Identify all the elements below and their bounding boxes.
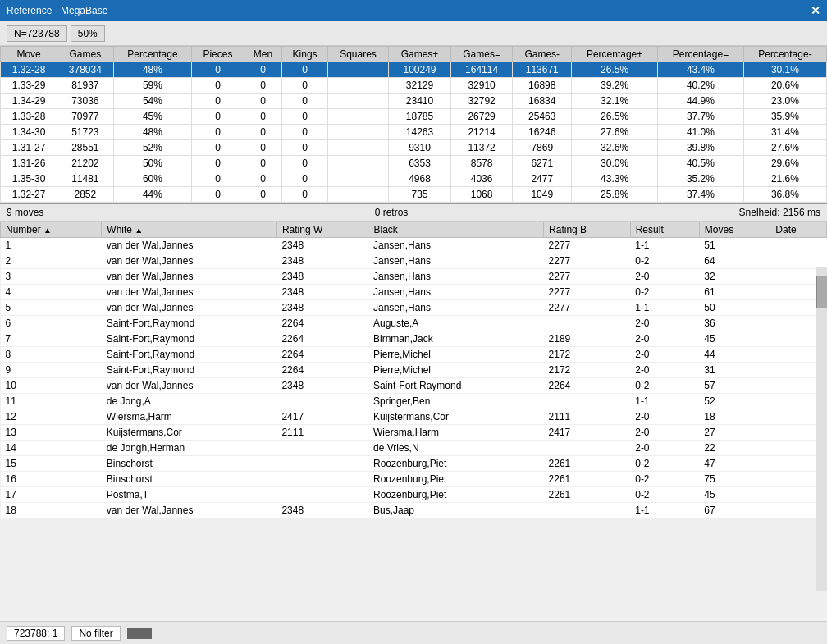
ratingw-cell: 2264 (276, 331, 368, 347)
table-row[interactable]: 8Saint-Fort,Raymond2264Pierre,Michel2172… (1, 347, 827, 363)
table-row[interactable]: 3van der Wal,Jannes2348Jansen,Hans22772-… (1, 269, 827, 285)
close-icon[interactable]: ✕ (811, 4, 820, 17)
white-cell: Saint-Fort,Raymond (102, 316, 277, 331)
top-table-row[interactable]: 1.34-297303654%00023410327921683432.1%44… (1, 94, 827, 109)
top-table-row[interactable]: 1.31-272855152%000931011372786932.6%39.8… (1, 140, 827, 156)
col-number[interactable]: Number ▲ (1, 222, 102, 238)
top-cell: 2852 (57, 187, 113, 203)
moves-cell: 52 (699, 394, 770, 409)
top-cell: 41.0% (658, 125, 744, 140)
ratingb-cell: 2277 (544, 253, 631, 269)
top-cell: 28551 (57, 140, 113, 156)
table-row[interactable]: 4van der Wal,Jannes2348Jansen,Hans22770-… (1, 285, 827, 300)
top-cell: 29.6% (743, 156, 826, 171)
number-cell: 4 (1, 285, 102, 300)
top-cell: 32129 (389, 78, 451, 94)
ratingb-cell: 2261 (544, 487, 631, 503)
top-cell: 14263 (389, 125, 451, 140)
scrollbar-track[interactable] (816, 267, 827, 591)
ratingw-cell: 2348 (276, 300, 368, 316)
top-cell: 30.0% (572, 156, 658, 171)
top-cell: 1.33-28 (1, 109, 57, 125)
ratingw-cell: 2348 (276, 285, 368, 300)
top-cell: 39.8% (658, 140, 744, 156)
number-cell: 10 (1, 378, 102, 394)
col-black[interactable]: Black (368, 222, 544, 238)
result-cell: 2-0 (630, 269, 699, 285)
black-cell: Jansen,Hans (368, 269, 544, 285)
top-cell: 26.5% (572, 109, 658, 125)
table-row[interactable]: 2van der Wal,Jannes2348Jansen,Hans22770-… (1, 253, 827, 269)
top-cell: 0 (192, 62, 244, 78)
top-cell: 0 (244, 156, 282, 171)
col-white[interactable]: White ▲ (102, 222, 277, 238)
col-ratingw[interactable]: Rating W (276, 222, 368, 238)
table-row[interactable]: 15BinschorstRoozenburg,Piet22610-247 (1, 456, 827, 472)
top-cell: 113671 (513, 62, 572, 78)
table-row[interactable]: 16BinschorstRoozenburg,Piet22610-275 (1, 472, 827, 487)
table-row[interactable]: 14de Jongh,Hermande Vries,N2-022 (1, 441, 827, 456)
bottom-table-wrapper[interactable]: Number ▲ White ▲ Rating W Black Rating B… (0, 222, 827, 614)
top-cell: 378034 (57, 62, 113, 78)
top-cell (327, 156, 388, 171)
top-cell: 11372 (450, 140, 513, 156)
table-row[interactable]: 1van der Wal,Jannes2348Jansen,Hans22771-… (1, 238, 827, 253)
ratingw-cell: 2264 (276, 316, 368, 331)
ratingw-cell: 2264 (276, 363, 368, 378)
table-row[interactable]: 18van der Wal,Jannes2348Bus,Jaap1-167 (1, 503, 827, 518)
number-cell: 13 (1, 425, 102, 441)
top-cell (327, 125, 388, 140)
black-cell: Jansen,Hans (368, 238, 544, 253)
top-table-row[interactable]: 1.33-287097745%00018785267292546326.5%37… (1, 109, 827, 125)
ratingw-cell: 2264 (276, 347, 368, 363)
white-cell: de Jong,A (102, 394, 277, 409)
top-table-header: Move Games Percentage Pieces Men Kings S… (1, 47, 827, 62)
ratingb-cell: 2172 (544, 347, 631, 363)
white-cell: van der Wal,Jannes (102, 253, 277, 269)
white-cell: van der Wal,Jannes (102, 300, 277, 316)
table-row[interactable]: 11de Jong,ASpringer,Ben1-152 (1, 394, 827, 409)
black-cell: de Vries,N (368, 441, 544, 456)
black-cell: Kuijstermans,Cor (368, 409, 544, 425)
top-table-row[interactable]: 1.31-262120250%00063538578627130.0%40.5%… (1, 156, 827, 171)
table-row[interactable]: 7Saint-Fort,Raymond2264Birnman,Jack21892… (1, 331, 827, 347)
white-cell: Saint-Fort,Raymond (102, 331, 277, 347)
col-result[interactable]: Result (630, 222, 699, 238)
percent-button[interactable]: 50% (71, 25, 105, 42)
table-row[interactable]: 6Saint-Fort,Raymond2264Auguste,A2-036 (1, 316, 827, 331)
number-cell: 14 (1, 441, 102, 456)
ratingw-cell: 2111 (276, 425, 368, 441)
top-cell: 32.6% (572, 140, 658, 156)
col-date[interactable]: Date (770, 222, 827, 238)
top-cell: 100249 (389, 62, 451, 78)
scrollbar-thumb[interactable] (816, 276, 827, 308)
col-pieces: Pieces (192, 47, 244, 62)
black-cell: Roozenburg,Piet (368, 472, 544, 487)
table-row[interactable]: 13Kuijstermans,Cor2111Wiersma,Harm24172-… (1, 425, 827, 441)
col-games: Games (57, 47, 113, 62)
n-button[interactable]: N=723788 (7, 25, 67, 42)
top-cell: 35.9% (743, 109, 826, 125)
ratingw-cell: 2348 (276, 378, 368, 394)
table-row[interactable]: 12Wiersma,Harm2417Kuijstermans,Cor21112-… (1, 409, 827, 425)
black-cell: Birnman,Jack (368, 331, 544, 347)
top-table-row[interactable]: 1.32-2837803448%00010024916411411367126.… (1, 62, 827, 78)
toolbar: N=723788 50% (0, 21, 827, 46)
moves-count: 9 moves (7, 207, 43, 218)
table-row[interactable]: 10van der Wal,Jannes2348Saint-Fort,Raymo… (1, 378, 827, 394)
moves-cell: 32 (699, 269, 770, 285)
table-row[interactable]: 17Postma,TRoozenburg,Piet22610-245 (1, 487, 827, 503)
top-table-row[interactable]: 1.34-305172348%00014263212141624627.6%41… (1, 125, 827, 140)
table-row[interactable]: 9Saint-Fort,Raymond2264Pierre,Michel2172… (1, 363, 827, 378)
top-cell: 44% (113, 187, 192, 203)
top-table-row[interactable]: 1.33-298193759%00032129329101689839.2%40… (1, 78, 827, 94)
top-table-row[interactable]: 1.32-27285244%0007351068104925.8%37.4%36… (1, 187, 827, 203)
col-ratingb[interactable]: Rating B (544, 222, 631, 238)
top-cell: 32910 (450, 78, 513, 94)
number-cell: 17 (1, 487, 102, 503)
top-table-row[interactable]: 1.35-301148160%00049684036247743.3%35.2%… (1, 171, 827, 187)
col-moves[interactable]: Moves (699, 222, 770, 238)
table-row[interactable]: 5van der Wal,Jannes2348Jansen,Hans22771-… (1, 300, 827, 316)
top-cell (327, 62, 388, 78)
ratingw-cell: 2348 (276, 238, 368, 253)
